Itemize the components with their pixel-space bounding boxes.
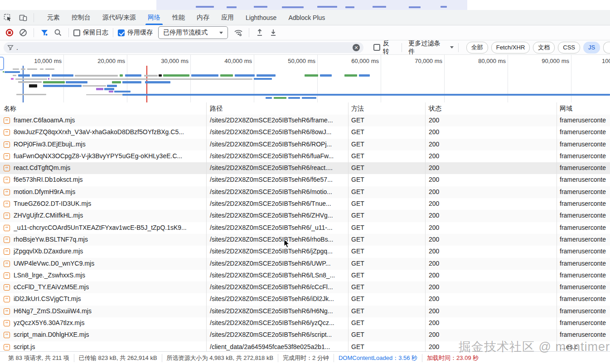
table-row[interactable]: ‹›ZHVgUjfrZ.CMiIfkHL.mjs/sites/2D2X8Z0mS… [0,210,610,222]
table-row[interactable]: ‹›f6e573hRI.Db1oksct.mjs/sites/2D2X8Z0mS… [0,174,610,186]
tab-Adblock-Plus[interactable]: Adblock Plus [282,10,331,25]
tab-性能[interactable]: 性能 [166,10,191,25]
export-har-icon[interactable] [267,27,279,39]
table-row[interactable]: ‹›TnueGZ6O2.DT-ID3UK.mjs/sites/2D2X8Z0mS… [0,198,610,210]
disable-cache-checkbox[interactable]: 停用缓存 [118,29,153,37]
column-header-方法[interactable]: 方法 [351,105,364,113]
table-row[interactable]: ‹›motion.DfymH9rA.mjs/sites/2D2X8Z0mSCE2… [0,186,610,198]
table-row[interactable]: ‹›iDl2JkUrI.CSVjgCTt.mjs/sites/2D2X8Z0mS… [0,293,610,305]
network-conditions-icon[interactable] [232,27,244,39]
tab-内存[interactable]: 内存 [191,10,215,25]
table-row[interactable]: ‹›8owJuzFZQ8qxXrxh_V3aV-xhaGakoD8DBzf5OY… [0,126,610,138]
table-row[interactable]: ‹›yzQczX5Y6.30A7tlzx.mjs/sites/2D2X8Z0mS… [0,317,610,329]
column-divider [557,186,557,198]
table-row[interactable]: ‹›framer.C6faoamA.mjs/sites/2D2X8Z0mSCE2… [0,115,610,126]
waterfall-bar [163,74,189,77]
request-method: GET [351,331,364,338]
record-network-log-icon[interactable] [4,27,15,39]
request-type-pill-JS[interactable]: JS [583,42,600,53]
table-row[interactable]: ‹›cCcFlD_TY.EAiVzM5E.mjs/sites/2D2X8Z0mS… [0,281,610,293]
device-toolbar-icon[interactable] [15,11,31,24]
column-divider [557,198,557,210]
tab-应用[interactable]: 应用 [215,10,240,25]
column-divider [348,258,349,270]
search-icon[interactable] [52,27,64,39]
table-row[interactable]: ‹›react.CdTgftQm.mjs/sites/2D2X8Z0mSCE2o… [0,162,610,174]
toolbar-separator [113,28,113,37]
timeline-tick-label: 60,000 ms [329,58,379,64]
column-divider[interactable] [348,102,349,115]
column-divider [557,270,557,281]
more-filters-dropdown[interactable]: 更多过滤条件 [408,39,453,56]
request-type-pill-文档[interactable]: 文档 [533,42,555,53]
column-divider [348,293,349,305]
request-domain: frameruserconte [560,248,610,255]
inspect-element-icon[interactable] [0,11,15,24]
waterfall-bar [274,97,286,99]
column-divider [348,126,349,138]
column-header-名称[interactable]: 名称 [4,105,16,113]
waterfall-bar [66,81,87,83]
request-domain: frameruserconte [560,283,610,291]
filter-input[interactable]: . ✕ [4,42,363,53]
tab-元素[interactable]: 元素 [41,10,66,25]
request-type-pill-cut[interactable] [603,42,610,53]
overview-drag-handle[interactable] [0,57,4,70]
column-header-网域[interactable]: 网域 [560,105,572,113]
table-row[interactable]: ‹›UWP4leVwc.D0_wnYC9.mjs/sites/2D2X8Z0mS… [0,258,610,270]
preserve-log-checkbox[interactable]: 保留日志 [73,29,108,37]
request-method: GET [351,212,364,219]
column-divider [348,186,349,198]
request-type-pill-CSS[interactable]: CSS [558,42,580,53]
throttling-select[interactable]: 已停用节流模式 [158,26,228,39]
waterfall-bar [96,88,103,90]
clear-network-log-icon[interactable] [17,27,29,39]
waterfall-bar [40,68,44,70]
checkbox-checked-icon[interactable] [118,29,125,36]
request-status: 200 [429,343,439,350]
column-divider [557,234,557,246]
table-row[interactable]: ‹›ROPj0Fiw3.DEjEbujL.mjs/sites/2D2X8Z0mS… [0,139,610,150]
network-overview-timeline[interactable]: 10,000 ms20,000 ms30,000 ms40,000 ms50,0… [0,55,610,103]
tab-Lighthouse[interactable]: Lighthouse [240,10,283,25]
column-divider [206,150,207,162]
column-divider[interactable] [425,102,426,115]
column-divider [557,115,557,126]
column-divider[interactable] [557,102,557,115]
request-path: /sites/2D2X8Z0mSCE2o5IBTsehR6/cCcFl... [210,283,346,291]
tab-源代码-来源[interactable]: 源代码/来源 [97,10,142,25]
tab-网络[interactable]: 网络 [142,10,166,25]
request-path: /sites/2D2X8Z0mSCE2o5IBTsehR6/script... [210,331,346,338]
column-divider [348,210,349,222]
table-row[interactable]: ‹›H6Ng7_ZmS.DSxuiiW4.mjs/sites/2D2X8Z0mS… [0,306,610,317]
request-path: /sites/2D2X8Z0mSCE2o5IBTsehR6/H6Ng... [210,307,346,315]
request-status: 200 [429,236,439,243]
column-divider [206,174,207,186]
request-domain: frameruserconte [560,236,610,243]
filterbar-separator [458,43,459,52]
table-row[interactable]: ‹›_u11-chcrycCOArd5UnTXEAZtFYxav1wcE-B5J… [0,222,610,234]
filter-icon[interactable] [39,27,50,39]
checkbox-unchecked-icon[interactable] [73,29,80,36]
tab-控制台[interactable]: 控制台 [66,10,97,25]
request-type-pill-Fetch/XHR[interactable]: Fetch/XHR [491,42,530,53]
table-row[interactable]: ‹›fuaFwnOqNX3OCpgZ8-V-jk3BvyYPY5uGEg-oKH… [0,150,610,162]
request-status: 200 [429,272,439,279]
request-type-pill-全部[interactable]: 全部 [466,42,488,53]
invert-filter-checkbox[interactable]: 反转 [373,39,395,56]
filter-input-value: . [16,44,350,51]
clear-filter-icon[interactable]: ✕ [353,44,360,51]
column-header-路径[interactable]: 路径 [210,105,223,113]
page-text-fragment [345,6,354,8]
column-divider [557,222,557,234]
column-divider[interactable] [206,102,207,115]
import-har-icon[interactable] [254,27,266,39]
checkbox-unchecked-icon[interactable] [373,44,380,51]
table-row[interactable]: ‹›LSn8_lrge._ZswhxxS.mjs/sites/2D2X8Z0mS… [0,270,610,281]
table-row[interactable]: ‹›jZpgqvlXb.DZaxdure.mjs/sites/2D2X8Z0mS… [0,246,610,257]
column-divider [348,329,349,341]
request-status: 200 [429,295,439,302]
table-row[interactable]: ‹›rhoBsjeYw.BSLTNF7q.mjs/sites/2D2X8Z0mS… [0,234,610,246]
column-header-状态[interactable]: 状态 [429,105,441,113]
request-name: H6Ng7_ZmS.DSxuiiW4.mjs [14,307,204,315]
